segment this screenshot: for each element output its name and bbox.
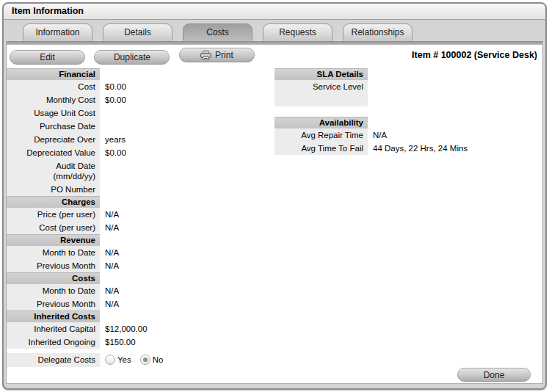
- field-label: Month to Date: [7, 246, 100, 259]
- field-value: $0.00: [100, 80, 126, 93]
- field-row: Avg Time To Fail44 Days, 22 Hrs, 24 Mins: [274, 142, 545, 155]
- field-row: Monthly Cost$0.00: [7, 93, 274, 106]
- section-availability: AvailabilityAvg Repair TimeN/AAvg Time T…: [274, 117, 545, 155]
- field-label: Avg Repair Time: [274, 128, 368, 142]
- field-label: Previous Month: [7, 259, 100, 272]
- tab-details[interactable]: Details: [103, 23, 172, 41]
- field-label: Audit Date(mm/dd/yy): [7, 159, 100, 183]
- section-header: Costs: [7, 272, 100, 284]
- field-row: Audit Date(mm/dd/yy): [7, 159, 274, 183]
- field-label: Depreciated Value: [7, 146, 100, 159]
- field-value: $12,000.00: [100, 322, 148, 335]
- tab-requests[interactable]: Requests: [263, 23, 332, 41]
- field-value: years: [100, 133, 126, 146]
- section-charges: ChargesPrice (per user)N/ACost (per user…: [7, 196, 274, 234]
- field-value: N/A: [100, 259, 119, 272]
- radio-label: No: [153, 355, 164, 365]
- tab-relationships[interactable]: Relationships: [343, 23, 412, 41]
- field-label: Cost (per user): [7, 221, 100, 234]
- content-area: FinancialCost$0.00Monthly Cost$0.00Usage…: [7, 68, 542, 383]
- field-label: Price (per user): [7, 208, 100, 221]
- field-label: Usage Unit Cost: [7, 106, 100, 120]
- printer-icon: [200, 51, 211, 60]
- section-header: Availability: [274, 117, 368, 128]
- field-value: [100, 183, 105, 196]
- section-inherited-costs: Inherited CostsInherited Capital$12,000.…: [7, 311, 274, 349]
- section-header: Financial: [7, 68, 100, 80]
- field-label: Delegate Costs: [7, 353, 100, 367]
- field-value: 44 Days, 22 Hrs, 24 Mins: [368, 142, 468, 155]
- field-label: Inherited Capital: [7, 322, 100, 335]
- done-button[interactable]: Done: [457, 368, 531, 382]
- field-label: Previous Month: [7, 297, 100, 311]
- radio-button-icon: [140, 355, 150, 365]
- section-financial: FinancialCost$0.00Monthly Cost$0.00Usage…: [7, 68, 274, 196]
- print-button-label: Print: [215, 50, 233, 60]
- left-column: FinancialCost$0.00Monthly Cost$0.00Usage…: [7, 68, 274, 367]
- field-value: N/A: [100, 246, 119, 259]
- costs-tab-panel: Edit Duplicate Print Item # 100002 (Serv…: [6, 41, 543, 384]
- window-title: Item Information: [4, 4, 545, 20]
- field-value: [368, 80, 373, 106]
- field-value: N/A: [100, 297, 119, 311]
- field-label: Purchase Date: [7, 120, 100, 133]
- section-revenue: RevenueMonth to DateN/APrevious MonthN/A: [7, 234, 274, 272]
- field-label: Service Level: [274, 80, 368, 106]
- field-row: Usage Unit Cost: [7, 106, 274, 120]
- section-header: Inherited Costs: [7, 311, 100, 322]
- field-row: Cost$0.00: [7, 80, 274, 93]
- section-header: Charges: [7, 196, 100, 208]
- field-row: Depreciated Value$0.00: [7, 146, 274, 159]
- item-information-window: Item Information InformationDetailsCosts…: [2, 2, 547, 390]
- field-value: [100, 120, 105, 133]
- field-row: Inherited Ongoing$150.00: [7, 335, 274, 349]
- field-row: Purchase Date: [7, 120, 274, 133]
- edit-button[interactable]: Edit: [10, 50, 85, 65]
- field-label: Cost: [7, 80, 100, 93]
- field-row: Previous MonthN/A: [7, 259, 274, 272]
- tabstrip: InformationDetailsCostsRequestsRelations…: [4, 20, 545, 41]
- field-value: [100, 159, 105, 183]
- field-label: PO Number: [7, 183, 100, 196]
- field-value: N/A: [100, 284, 119, 297]
- delegate-costs-options: YesNo: [100, 353, 172, 367]
- radio-yes[interactable]: Yes: [105, 355, 131, 365]
- field-value: N/A: [100, 208, 119, 221]
- tab-costs[interactable]: Costs: [183, 23, 252, 41]
- toolbar: Edit Duplicate Print Item # 100002 (Serv…: [7, 45, 542, 68]
- field-value: [100, 106, 105, 120]
- tab-information[interactable]: Information: [23, 23, 92, 41]
- field-label: Monthly Cost: [7, 93, 100, 106]
- field-row: Price (per user)N/A: [7, 208, 274, 221]
- radio-no[interactable]: No: [140, 355, 164, 365]
- delegate-costs-row: Delegate CostsYesNo: [7, 353, 274, 367]
- radio-label: Yes: [117, 355, 131, 365]
- field-row: Inherited Capital$12,000.00: [7, 322, 274, 335]
- field-value: N/A: [368, 128, 387, 142]
- field-value: $0.00: [100, 93, 126, 106]
- field-row: Depreciate Overyears: [7, 133, 274, 146]
- field-label: Month to Date: [7, 284, 100, 297]
- print-button[interactable]: Print: [179, 48, 255, 62]
- field-value: N/A: [100, 221, 119, 234]
- field-row: Service Level: [274, 80, 545, 106]
- field-label: Avg Time To Fail: [274, 142, 368, 155]
- field-label: Depreciate Over: [7, 133, 100, 146]
- duplicate-button[interactable]: Duplicate: [94, 50, 170, 65]
- right-column: SLA DetailsService LevelAvailabilityAvg …: [274, 68, 545, 155]
- section-header: SLA Details: [274, 68, 368, 80]
- item-reference: Item # 100002 (Service Desk): [412, 50, 537, 60]
- radio-button-icon: [105, 355, 115, 365]
- field-row: Month to DateN/A: [7, 246, 274, 259]
- field-label: Inherited Ongoing: [7, 335, 100, 349]
- section-sla-details: SLA DetailsService Level: [274, 68, 545, 106]
- section-costs: CostsMonth to DateN/APrevious MonthN/A: [7, 272, 274, 311]
- field-value: $0.00: [100, 146, 126, 159]
- field-row: Avg Repair TimeN/A: [274, 128, 545, 142]
- field-row: Previous MonthN/A: [7, 297, 274, 311]
- field-row: Cost (per user)N/A: [7, 221, 274, 234]
- field-row: Month to DateN/A: [7, 284, 274, 297]
- section-header: Revenue: [7, 234, 100, 246]
- field-value: $150.00: [100, 335, 136, 349]
- field-row: PO Number: [7, 183, 274, 196]
